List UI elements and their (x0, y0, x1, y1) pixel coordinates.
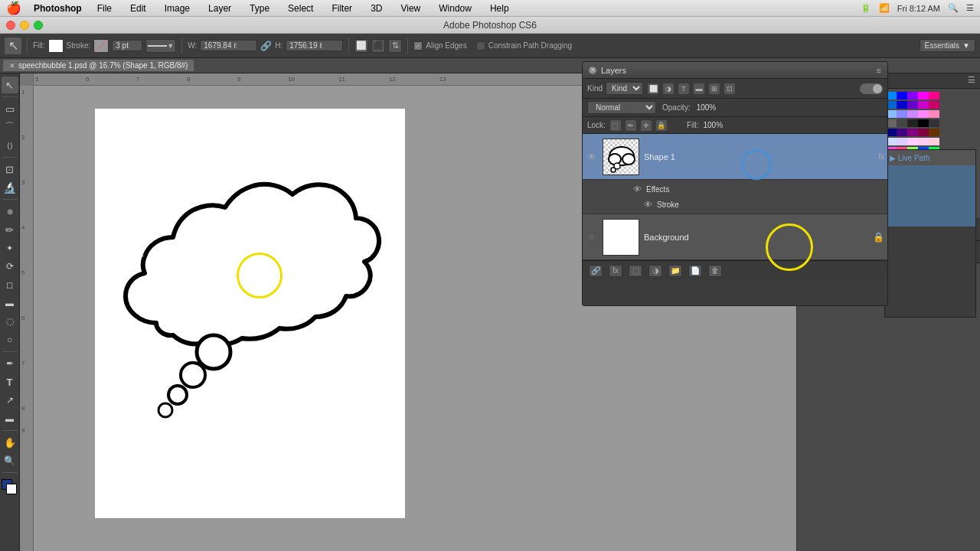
layers-collapse-button[interactable]: ≡ (877, 66, 881, 75)
pen-tool[interactable]: ✒ (2, 355, 18, 372)
document-tab[interactable]: ✕ speechbubble 1.psd @ 16.7% (Shape 1, R… (3, 60, 194, 71)
zoom-tool[interactable]: 🔍 (2, 452, 18, 469)
swatch[interactable] (907, 110, 918, 118)
swatch[interactable] (897, 119, 907, 127)
type-filter-icon[interactable]: T (678, 83, 689, 94)
fill-swatch[interactable] (48, 39, 64, 53)
text-tool[interactable]: T (2, 373, 18, 390)
menu-image[interactable]: Image (162, 3, 193, 14)
swatch[interactable] (907, 129, 918, 136)
stroke-type-btn[interactable]: ▼ (145, 39, 176, 53)
delete-layer-button[interactable]: 🗑 (708, 265, 722, 277)
pixel-filter-icon[interactable]: ⬜ (648, 83, 658, 94)
swatch[interactable] (907, 92, 918, 99)
swatch[interactable] (918, 138, 929, 145)
swatch[interactable] (929, 92, 939, 99)
add-mask-button[interactable]: ⬚ (629, 265, 642, 277)
align-edges-check[interactable]: ✓ Align Edges (413, 41, 466, 51)
gradient-tool[interactable]: ▬ (2, 295, 18, 311)
align-btn2[interactable]: ⬛ (371, 39, 385, 53)
swatch[interactable] (897, 138, 907, 145)
lock-pixels-icon[interactable]: ✏ (626, 120, 636, 131)
filter-toggle[interactable] (860, 83, 883, 94)
search-icon[interactable]: 🔍 (948, 3, 959, 13)
fill-value[interactable]: 100% (703, 121, 723, 129)
swatch[interactable] (897, 110, 907, 118)
h-value[interactable]: 1756.19 ℓ (286, 40, 343, 51)
adjustment-filter-icon[interactable]: ◑ (663, 83, 674, 94)
apple-menu[interactable]: 🍎 (6, 1, 21, 15)
history-tool[interactable]: ⟳ (2, 258, 18, 275)
close-tab[interactable]: ✕ (9, 62, 15, 70)
dodge-tool[interactable]: ○ (2, 331, 18, 348)
swatch[interactable] (907, 101, 918, 109)
align-btn1[interactable]: ⬜ (354, 39, 368, 53)
swatch[interactable] (918, 129, 929, 136)
layer-item-background[interactable]: 👁 Background 🔒 (583, 214, 887, 260)
swatch[interactable] (929, 138, 939, 145)
link-icon[interactable]: 🔗 (260, 41, 272, 51)
layer-visibility-bg[interactable]: 👁 (586, 232, 598, 243)
add-style-button[interactable]: fx (609, 265, 622, 277)
swatch[interactable] (907, 119, 918, 127)
effects-eye-icon[interactable]: 👁 (633, 184, 642, 194)
w-value[interactable]: 1679.84 ℓ (200, 40, 257, 51)
layer-item-shape1[interactable]: 👁 Shape 1 fx (583, 134, 887, 180)
hand-tool[interactable]: ✋ (2, 434, 18, 451)
move-tool[interactable]: ↖ (2, 77, 18, 93)
workspace-select[interactable]: Essentials ▼ (920, 39, 975, 52)
swatch[interactable] (918, 92, 929, 99)
link-layers-button[interactable]: 🔗 (589, 265, 603, 277)
layer-visibility-shape1[interactable]: 👁 (586, 152, 598, 162)
menu-help[interactable]: Help (487, 3, 512, 14)
swatch[interactable] (897, 129, 907, 136)
quick-select-tool[interactable]: ⟨⟩ (2, 137, 18, 154)
layers-close-button[interactable]: ✕ (589, 67, 596, 74)
blur-tool[interactable]: ◌ (2, 313, 18, 330)
path-select-tool[interactable]: ↗ (2, 392, 18, 409)
menu-edit[interactable]: Edit (127, 3, 149, 14)
kind-select[interactable]: Kind (606, 82, 643, 95)
menu-view[interactable]: View (397, 3, 423, 14)
menu-window[interactable]: Window (436, 3, 475, 14)
swatch[interactable] (929, 101, 939, 109)
menu-layer[interactable]: Layer (205, 3, 234, 14)
stroke-swatch[interactable] (93, 39, 109, 53)
clone-tool[interactable]: ✦ (2, 240, 18, 256)
align-btn3[interactable]: ⇅ (388, 39, 402, 53)
lock-transparent-icon[interactable]: ⬚ (610, 120, 621, 131)
menu-3d[interactable]: 3D (368, 3, 385, 14)
opacity-value[interactable]: 100% (697, 103, 717, 112)
swatch[interactable] (918, 119, 929, 127)
main-canvas[interactable] (95, 109, 405, 518)
swatch[interactable] (929, 110, 939, 118)
smart-filter-icon[interactable]: ⊞ (709, 83, 720, 94)
menu-file[interactable]: File (94, 3, 115, 14)
swatch[interactable] (918, 110, 929, 118)
notification-icon[interactable]: ☰ (966, 3, 974, 13)
new-layer-button[interactable]: 📄 (688, 265, 702, 277)
layer-filter-extra[interactable]: ⊡ (724, 83, 735, 94)
crop-tool[interactable]: ⊡ (2, 161, 18, 178)
swatch[interactable] (907, 138, 918, 145)
marquee-tool[interactable]: ▭ (2, 100, 18, 117)
shape-tool[interactable]: ▬ (2, 410, 18, 427)
panel-options[interactable]: ☰ (963, 73, 980, 89)
arrow-tool[interactable]: ↖ (5, 37, 21, 54)
brush-tool[interactable]: ✏ (2, 221, 18, 238)
swatch[interactable] (929, 119, 939, 127)
layer-fx-shape1[interactable]: fx (878, 152, 884, 161)
menu-filter[interactable]: Filter (328, 3, 355, 14)
swatch[interactable] (897, 101, 907, 109)
maximize-button[interactable] (34, 21, 43, 30)
close-button[interactable] (6, 21, 15, 30)
new-adjustment-button[interactable]: ◑ (648, 265, 662, 277)
constrain-check[interactable]: Constrain Path Dragging (476, 41, 573, 51)
stroke-eye-icon[interactable]: 👁 (644, 200, 652, 209)
stroke-effect-item[interactable]: 👁 Stroke (629, 197, 887, 212)
layers-list[interactable]: 👁 Shape 1 fx 👁 (583, 134, 887, 260)
swatch[interactable] (929, 129, 939, 136)
menu-type[interactable]: Type (247, 3, 273, 14)
swatch[interactable] (918, 101, 929, 109)
blend-mode-select[interactable]: Normal Multiply Screen (587, 101, 656, 114)
